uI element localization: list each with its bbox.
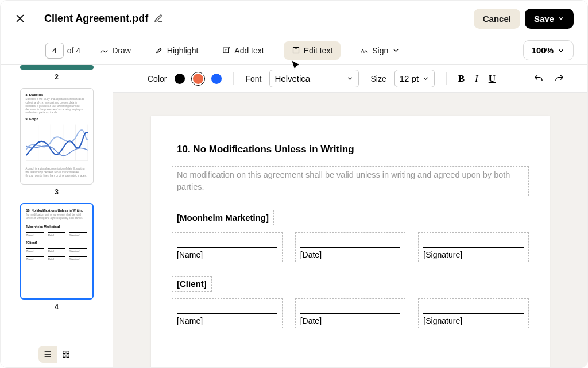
grid-view-toggle[interactable] <box>57 346 75 363</box>
name-field[interactable]: [Name] <box>172 298 283 328</box>
svg-rect-12 <box>67 355 69 357</box>
list-view-toggle[interactable] <box>38 346 57 363</box>
signature-field[interactable]: [Signature] <box>418 298 529 328</box>
section-title-field[interactable]: 10. No Modifications Unless in Writing <box>172 141 359 158</box>
name-field[interactable]: [Name] <box>172 232 283 262</box>
draw-tool[interactable]: Draw <box>95 43 136 59</box>
underline-button[interactable]: U <box>489 73 496 85</box>
thumb-label-4: 4 <box>55 303 59 311</box>
highlight-tool[interactable]: Highlight <box>150 43 203 59</box>
chevron-down-icon <box>392 46 400 55</box>
sign-tool[interactable]: Sign <box>355 43 405 59</box>
chevron-down-icon <box>557 47 565 55</box>
add-text-tool[interactable]: Add text <box>218 43 268 59</box>
italic-button[interactable]: I <box>475 73 478 85</box>
close-icon[interactable] <box>14 13 26 24</box>
color-swatch-black[interactable] <box>175 74 185 84</box>
undo-icon[interactable] <box>533 74 544 84</box>
draw-icon <box>100 46 109 55</box>
thumbnail-page-4[interactable]: 10. No Modifications Unless in Writing N… <box>20 203 94 300</box>
workspace: 2 8. Statistics Statistics is the study … <box>1 65 587 367</box>
date-field[interactable]: [Date] <box>295 298 406 328</box>
font-label: Font <box>245 74 261 83</box>
bold-button[interactable]: B <box>458 73 465 85</box>
size-select[interactable]: 12 pt <box>394 70 435 87</box>
edit-text-tool[interactable]: Edit text <box>284 41 341 60</box>
chevron-down-icon <box>422 75 430 82</box>
thumbnail-page-3[interactable]: 8. Statistics Statistics is the study an… <box>20 88 94 185</box>
document-viewport[interactable]: 10. No Modifications Unless in Writing N… <box>113 93 587 367</box>
main-toolbar: 4 of 4 Draw Highlight Add text Edit text… <box>1 36 587 65</box>
canvas: Color Font Helvetica Size 12 pt B I U <box>113 65 587 367</box>
svg-rect-9 <box>63 351 65 354</box>
thumb-label-2: 2 <box>55 73 59 81</box>
current-page-input[interactable]: 4 <box>45 43 64 59</box>
thumbnail-sidebar: 2 8. Statistics Statistics is the study … <box>1 65 113 367</box>
document-title: Client Agreement.pdf <box>44 13 148 25</box>
sign-icon <box>360 46 369 55</box>
chevron-down-icon <box>346 75 354 82</box>
signature-field[interactable]: [Signature] <box>418 232 529 262</box>
save-button[interactable]: Save <box>525 9 574 29</box>
color-label: Color <box>148 74 167 83</box>
list-icon <box>43 350 52 359</box>
zoom-dropdown[interactable]: 100% <box>523 40 574 60</box>
chevron-down-icon <box>558 15 564 22</box>
chart-thumbnail-icon <box>26 124 88 163</box>
party2-field[interactable]: [Client] <box>172 276 212 292</box>
save-label: Save <box>534 14 554 24</box>
size-label: Size <box>370 74 386 83</box>
svg-rect-10 <box>67 351 69 354</box>
page-indicator: 4 of 4 <box>45 43 80 59</box>
thumbnail-page-2-partial[interactable] <box>20 65 94 70</box>
color-swatch-orange[interactable] <box>193 74 203 84</box>
page-total: of 4 <box>67 46 80 55</box>
redo-icon[interactable] <box>554 74 564 84</box>
add-text-icon <box>222 46 231 55</box>
divider <box>446 72 447 85</box>
color-swatch-blue[interactable] <box>211 74 222 84</box>
grid-icon <box>61 350 71 359</box>
app-header: Client Agreement.pdf Cancel Save <box>1 1 587 36</box>
text-format-toolbar: Color Font Helvetica Size 12 pt B I U <box>113 65 587 93</box>
date-field[interactable]: [Date] <box>295 232 406 262</box>
rename-icon[interactable] <box>154 14 163 23</box>
cancel-button[interactable]: Cancel <box>474 9 520 29</box>
section-body-field[interactable]: No modification on this agreement shall … <box>172 166 529 196</box>
svg-rect-11 <box>63 355 65 357</box>
edit-text-icon <box>292 46 300 55</box>
party1-field[interactable]: [Moonhelm Marketing] <box>172 210 274 225</box>
highlight-icon <box>155 46 164 55</box>
divider <box>233 72 234 85</box>
font-select[interactable]: Helvetica <box>269 70 359 87</box>
page-content: 10. No Modifications Unless in Writing N… <box>151 116 550 367</box>
thumb-label-3: 3 <box>55 188 59 196</box>
view-toggle <box>38 346 75 363</box>
